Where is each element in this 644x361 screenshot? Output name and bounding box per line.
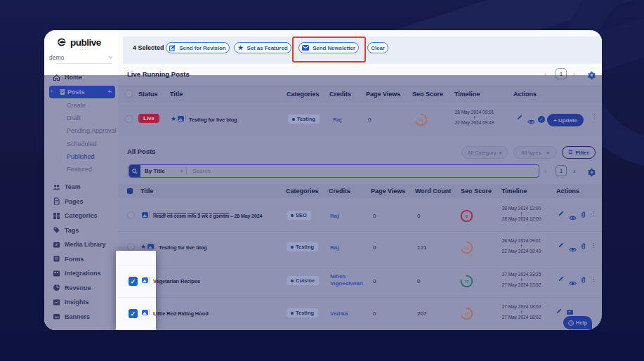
svg-text:77: 77 <box>464 280 468 284</box>
svg-text:68: 68 <box>464 246 468 250</box>
svg-text:0: 0 <box>466 214 468 218</box>
svg-text:68: 68 <box>419 118 423 122</box>
svg-text:67: 67 <box>464 312 468 316</box>
